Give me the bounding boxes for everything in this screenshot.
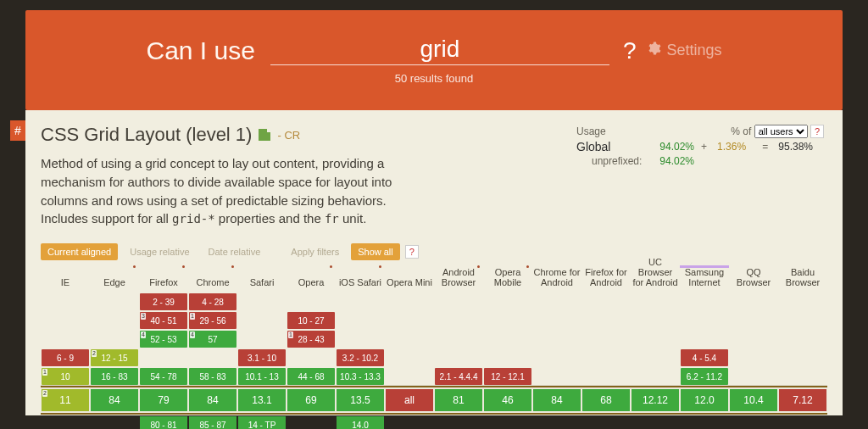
version-cell[interactable]: 4 - 28 (189, 293, 236, 310)
current-version-android[interactable]: 81 (435, 389, 482, 411)
version-cell[interactable]: 574 (189, 331, 236, 348)
tab-usage-relative[interactable]: Usage relative (123, 243, 196, 260)
browser-header-chrome[interactable]: Chrome (188, 265, 237, 287)
usage-panel: Usage % of all users ? Global 94.02% + 1… (573, 124, 827, 228)
browser-header-android[interactable]: Android Browser (434, 265, 483, 287)
version-cell[interactable]: 6.2 - 11.2 (681, 368, 728, 385)
search-input[interactable] (270, 36, 609, 65)
toolbar-help-button[interactable]: ? (405, 245, 419, 259)
history-col-samsung: 4 - 5.46.2 - 11.2 (680, 287, 729, 386)
future-version-chrome[interactable]: 85 - 87 (189, 416, 236, 429)
spec-icon[interactable] (259, 129, 270, 141)
current-version-crand[interactable]: 84 (533, 389, 581, 411)
future-version-opmini (386, 416, 433, 429)
history-col-uc (631, 287, 680, 386)
history-col-safari: 3.1 - 1010.1 - 13 (237, 287, 287, 386)
feature-description: Method of using a grid concept to lay ou… (41, 154, 431, 228)
current-version-ios[interactable]: 13.5 (337, 389, 384, 411)
version-cell[interactable]: 52 - 534 (140, 331, 187, 348)
current-version-firefox[interactable]: 79 (140, 389, 187, 411)
header-banner: Can I use ? Settings 50 results found (25, 10, 843, 110)
history-col-opmob: 12 - 12.1 (483, 287, 532, 386)
browser-header-opera[interactable]: Opera (287, 265, 336, 287)
future-version-samsung (681, 416, 728, 429)
tab-current-aligned[interactable]: Current aligned (41, 243, 118, 260)
current-version-ffand[interactable]: 68 (582, 389, 630, 411)
apply-filters-button[interactable]: Apply filters (284, 243, 346, 260)
version-cell[interactable]: 3.1 - 10 (238, 349, 286, 366)
browser-header-uc[interactable]: UC Browser for Android (631, 265, 680, 287)
browser-header-edge[interactable]: Edge (90, 265, 139, 287)
browser-header-ios[interactable]: iOS Safari (336, 265, 385, 287)
version-cell[interactable]: 2 - 39 (140, 293, 187, 310)
version-cell[interactable]: 101 (42, 368, 89, 385)
usage-scope-select[interactable]: all users (754, 125, 808, 138)
history-col-ios: 3.2 - 10.210.3 - 13.3 (336, 287, 385, 386)
current-version-baidu[interactable]: 7.12 (779, 389, 826, 411)
current-version-chrome[interactable]: 84 (189, 389, 236, 411)
partial-pct: 1.36% (714, 139, 759, 154)
version-cell[interactable]: 10.1 - 13 (238, 368, 286, 385)
show-all-button[interactable]: Show all (351, 243, 400, 260)
question-mark: ? (623, 37, 637, 64)
current-version-edge[interactable]: 84 (91, 389, 138, 411)
browser-header-qq[interactable]: QQ Browser (729, 265, 778, 287)
usage-label: Usage (573, 124, 645, 139)
support-table: IEEdgeFirefoxChromeSafariOperaiOS Safari… (41, 265, 827, 429)
browser-header-crand[interactable]: Chrome for Android (532, 265, 581, 287)
current-version-opmini[interactable]: all (386, 389, 433, 411)
browser-header-opmini[interactable]: Opera Mini (385, 265, 434, 287)
history-col-opmini (385, 287, 434, 386)
permalink-hash[interactable]: # (10, 120, 25, 141)
current-version-opera[interactable]: 69 (287, 389, 335, 411)
version-cell[interactable]: 12 - 152 (91, 349, 138, 366)
version-cell[interactable]: 10 - 27 (287, 312, 335, 329)
version-cell[interactable]: 16 - 83 (91, 368, 138, 385)
version-cell[interactable]: 10.3 - 13.3 (337, 368, 384, 385)
future-version-opmob (484, 416, 531, 429)
future-version-firefox[interactable]: 80 - 81 (140, 416, 187, 429)
version-cell[interactable]: 29 - 561 (189, 312, 236, 329)
browser-header-safari[interactable]: Safari (237, 265, 287, 287)
version-cell[interactable]: 40 - 513 (140, 312, 187, 329)
history-col-firefox: 2 - 3940 - 51352 - 53454 - 78 (139, 287, 188, 386)
browser-header-samsung[interactable]: Samsung Internet (680, 265, 729, 287)
current-version-samsung[interactable]: 12.0 (681, 389, 728, 411)
version-cell[interactable]: 28 - 431 (287, 331, 335, 348)
future-version-ios[interactable]: 14.0 (337, 416, 384, 429)
version-cell[interactable]: 4 - 5.4 (681, 349, 728, 366)
global-label: Global (573, 139, 645, 154)
future-version-safari[interactable]: 14 - TP (238, 416, 286, 429)
history-col-chrome: 4 - 2829 - 56157458 - 83 (188, 287, 237, 386)
results-found: 50 results found (395, 72, 474, 85)
current-version-qq[interactable]: 10.4 (730, 389, 777, 411)
usage-help-button[interactable]: ? (810, 125, 824, 138)
future-version-ie (42, 416, 89, 429)
history-col-ie: 6 - 9101 (41, 287, 90, 386)
browser-header-ie[interactable]: IE (41, 265, 90, 287)
settings-link[interactable]: Settings (646, 41, 721, 60)
browser-header-opmob[interactable]: Opera Mobile (483, 265, 532, 287)
current-version-ie[interactable]: 112 (42, 389, 89, 411)
current-version-safari[interactable]: 13.1 (238, 389, 286, 411)
history-col-ffand (581, 287, 631, 386)
version-cell[interactable]: 3.2 - 10.2 (337, 349, 384, 366)
browser-header-ffand[interactable]: Firefox for Android (581, 265, 631, 287)
settings-label: Settings (666, 42, 721, 59)
version-cell[interactable]: 54 - 78 (140, 368, 187, 385)
browser-header-baidu[interactable]: Baidu Browser (778, 265, 827, 287)
tab-date-relative[interactable]: Date relative (202, 243, 268, 260)
version-cell[interactable]: 12 - 12.1 (484, 368, 531, 385)
history-col-crand (532, 287, 581, 386)
current-version-opmob[interactable]: 46 (484, 389, 531, 411)
browser-header-firefox[interactable]: Firefox (139, 265, 188, 287)
version-cell[interactable]: 6 - 9 (42, 349, 89, 366)
site-title: Can I use (146, 36, 254, 65)
feature-title: CSS Grid Layout (level 1) (41, 124, 252, 146)
version-cell[interactable]: 44 - 68 (287, 368, 335, 385)
current-version-uc[interactable]: 12.12 (632, 389, 679, 411)
feature-panel: # CSS Grid Layout (level 1) - CR Method … (25, 110, 843, 415)
version-cell[interactable]: 58 - 83 (189, 368, 236, 385)
version-cell[interactable]: 2.1 - 4.4.4 (435, 368, 482, 385)
history-col-edge: 12 - 15216 - 83 (90, 287, 139, 386)
